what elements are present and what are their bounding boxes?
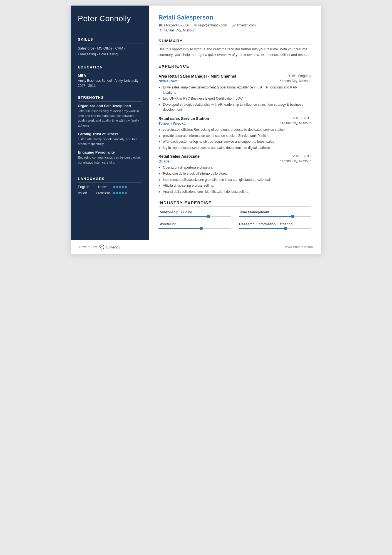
- expertise-item-1: Relationship Building: [158, 210, 231, 217]
- expertise-label-1: Relationship Building: [158, 210, 231, 214]
- experience-item-3: Retail Sales Associate 2012 - 2012 Quads…: [158, 154, 311, 194]
- skills-text: Salesforce · MS Office · CRM · Forecasti…: [78, 46, 142, 58]
- contact-website: 🔗 linkedin.com: [232, 23, 256, 27]
- email-text: help@enhancv.com: [198, 23, 227, 27]
- experience-section-title: EXPERIENCE: [158, 64, 311, 70]
- exp-title-3: Retail Sales Associate: [158, 154, 200, 159]
- sidebar: Peter Connolly SKILLS Salesforce · MS Of…: [71, 6, 149, 240]
- exp-bullets-1: Drive sales, employee development & oper…: [158, 85, 311, 112]
- candidate-name: Peter Connolly: [78, 14, 142, 23]
- lang-dots-english: [113, 186, 127, 188]
- strength-desc-1: Take full responsibility to deliver my w…: [78, 109, 142, 128]
- email-icon: ✉: [194, 24, 197, 27]
- bullet: log in reports expenses,receipts and sal…: [163, 145, 311, 151]
- dot: [119, 192, 121, 194]
- skills-title: SKILLS: [78, 37, 142, 43]
- experience-item-2: Retail sales Service Station 2013 - 2015…: [158, 116, 311, 150]
- exp-location-3: Kansas City, Missouri: [280, 159, 311, 163]
- strengths-section: STRENGTHS Organized and Self Disciplined…: [78, 95, 142, 169]
- expertise-bar-fill-3: [158, 228, 202, 229]
- contact-row-2: 📍 Kansas City, Missouri: [158, 28, 311, 32]
- dot: [122, 186, 124, 188]
- footer: Powered by Enhancv www.enhancv.com: [71, 240, 321, 254]
- exp-sub-3: Quads Kansas City, Missouri: [158, 159, 311, 163]
- expertise-item-3: Storytelling: [158, 222, 231, 229]
- bullet: provide accurate information about stati…: [163, 133, 311, 139]
- bullet: Incremento dell'esposizione giornaliero …: [163, 177, 311, 182]
- main-content: Retail Salesperson ☎ +1-914-345-5530 ✉ h…: [149, 6, 321, 240]
- summary-text: Use this opportunity to intrigue and dra…: [158, 46, 311, 58]
- bullet: offer each customer top notch , personal…: [163, 139, 311, 144]
- education-years: 2007 - 2011: [78, 84, 142, 88]
- bullet: Attività di up-seling e cross-selling;: [163, 183, 311, 188]
- exp-sub-2: Turner - Wisoky Kansas City, Missouri: [158, 121, 311, 125]
- expertise-bar-track-2: [239, 216, 311, 217]
- dot: [119, 186, 121, 188]
- bullet: Developed strategic relationship with AR…: [163, 102, 311, 112]
- education-title: EDUCATION: [78, 65, 142, 71]
- website-text: linkedin.com: [237, 23, 256, 27]
- location-icon: 📍: [158, 29, 162, 32]
- brand-name: Enhancv: [106, 245, 120, 249]
- strength-item: Earning Trust of Others Listen attentive…: [78, 132, 142, 147]
- dot: [125, 186, 127, 188]
- exp-sub-1: Nixue Root Kansas City, Missouri: [158, 79, 311, 83]
- language-row-italian: Italian Proficient: [78, 191, 142, 195]
- dot: [113, 192, 115, 194]
- expertise-item-2: Time Management: [239, 210, 311, 217]
- exp-header-1: Area Retail Sales Manager - Multi Channe…: [158, 74, 311, 78]
- expertise-bar-track-4: [239, 228, 311, 229]
- language-row-english: English Native: [78, 185, 142, 189]
- expertise-label-3: Storytelling: [158, 222, 231, 226]
- exp-location-2: Kansas City, Missouri: [280, 121, 311, 125]
- strength-desc-2: Listen attentively, speak candidly, and …: [78, 137, 142, 147]
- enhancv-logo: Enhancv: [98, 244, 120, 250]
- phone-text: +1-914-345-5530: [163, 23, 189, 27]
- resume-container: Peter Connolly SKILLS Salesforce · MS Of…: [71, 6, 321, 254]
- exp-title-1: Area Retail Sales Manager - Multi Channe…: [158, 74, 236, 78]
- education-section: EDUCATION MBA Amity Business School - Am…: [78, 65, 142, 88]
- dot: [116, 192, 118, 194]
- footer-left: Powered by Enhancv: [79, 244, 120, 250]
- education-degree: MBA: [78, 73, 142, 78]
- expertise-label-2: Time Management: [239, 210, 311, 214]
- bullet: Drive sales, employee development & oper…: [163, 85, 311, 95]
- exp-dates-2: 2013 - 2015: [293, 116, 311, 120]
- enhancv-logo-icon: [98, 244, 105, 250]
- expertise-bar-track-1: [158, 216, 231, 217]
- dot: [113, 186, 115, 188]
- contact-row-1: ☎ +1-914-345-5530 ✉ help@enhancv.com 🔗 l…: [158, 23, 311, 27]
- exp-dates-1: 2016 - Ongoing: [287, 74, 311, 78]
- languages-section: LANGUAGES English Native Italian Profici…: [78, 177, 142, 197]
- expertise-bar-track-3: [158, 228, 231, 229]
- exp-company-1: Nixue Root: [158, 79, 178, 83]
- expertise-label-4: Research / Information Gathering.: [239, 222, 311, 226]
- exp-dates-3: 2012 - 2012: [293, 154, 311, 158]
- lang-level-italian: Proficient: [93, 191, 113, 195]
- exp-company-2: Turner - Wisoky: [158, 121, 185, 125]
- strength-item: Engaging Personality Engaging communicat…: [78, 150, 142, 165]
- dot: [122, 192, 124, 194]
- strengths-title: STRENGTHS: [78, 95, 142, 102]
- dot: [116, 186, 118, 188]
- contact-email: ✉ help@enhancv.com: [194, 23, 227, 27]
- expertise-bar-fill-1: [158, 216, 209, 217]
- dot-empty: [125, 192, 127, 194]
- expertise-section-title: INDUSTRY EXPERTISE: [158, 200, 311, 207]
- strength-desc-3: Engaging communicator, can be persuasive…: [78, 155, 142, 165]
- resume-body: Peter Connolly SKILLS Salesforce · MS Of…: [71, 6, 321, 240]
- bullet: Analisi della collezione con l'identific…: [163, 189, 311, 194]
- bullet: Operazioni di apertura e chiusura;: [163, 165, 311, 170]
- education-school: Amity Business School - Amity University: [78, 78, 142, 83]
- strength-name-3: Engaging Personality: [78, 150, 142, 154]
- strength-name-1: Organized and Self Disciplined: [78, 104, 142, 108]
- phone-icon: ☎: [158, 24, 162, 27]
- job-title: Retail Salesperson: [158, 14, 311, 21]
- exp-bullets-2: coordinated efficient Restocking of petr…: [158, 127, 311, 150]
- lang-dots-italian: [113, 192, 127, 194]
- expertise-bar-fill-2: [239, 216, 293, 217]
- strength-item: Organized and Self Disciplined Take full…: [78, 104, 142, 128]
- exp-bullets-3: Operazioni di apertura e chiusura; Rotaz…: [158, 165, 311, 194]
- location-text: Kansas City, Missouri: [163, 28, 195, 32]
- lang-name-italian: Italian: [78, 191, 93, 195]
